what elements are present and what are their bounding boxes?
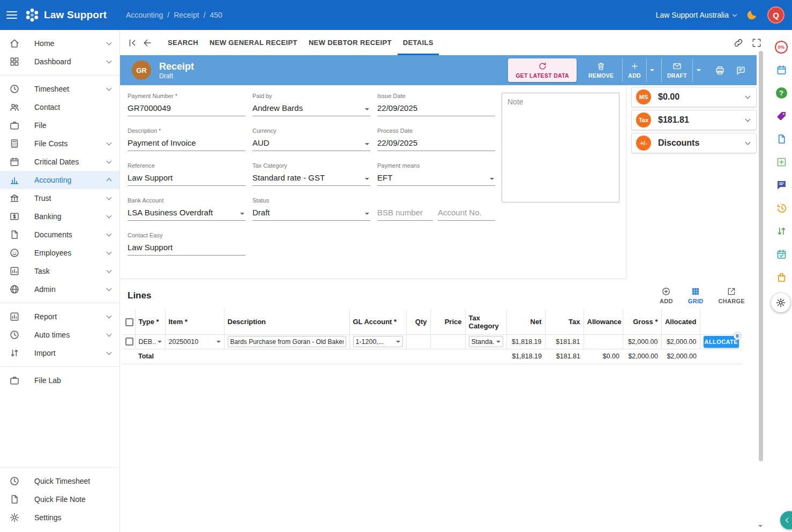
- field-status[interactable]: Status Draft: [252, 197, 370, 221]
- sidebar-item-import[interactable]: Import: [0, 344, 119, 362]
- payment-number-input[interactable]: [128, 100, 245, 116]
- tab-search[interactable]: SEARCH: [162, 30, 204, 55]
- sidebar-item-settings[interactable]: Settings: [0, 508, 119, 527]
- account-no-input[interactable]: [438, 204, 495, 221]
- sidebar-item-employees[interactable]: Employees: [0, 244, 119, 262]
- select-all-checkbox[interactable]: [125, 318, 133, 326]
- sidebar-item-auto-times[interactable]: Auto times: [0, 326, 119, 344]
- type-cell[interactable]: DEB...: [135, 334, 165, 349]
- remove-button[interactable]: REMOVE: [583, 58, 619, 82]
- app-logo[interactable]: Law Support: [24, 7, 107, 23]
- vertical-scrollbar[interactable]: [759, 51, 763, 461]
- description-cell[interactable]: Bards Purchase from Goran - Old Bakersv: [224, 334, 349, 349]
- lines-add-button[interactable]: ADD: [660, 287, 673, 304]
- sidebar-item-task[interactable]: Task: [0, 262, 119, 280]
- field-bank-account[interactable]: Bank Account LSA Business Overdraft: [128, 197, 245, 221]
- payment-means-select[interactable]: EFT: [377, 169, 495, 186]
- column-gross: Gross *: [623, 310, 661, 334]
- print-icon[interactable]: [715, 65, 725, 76]
- sidebar-item-trust[interactable]: Trust: [0, 189, 119, 207]
- lines-charge-button[interactable]: CHARGE: [719, 287, 745, 304]
- row-checkbox[interactable]: [125, 338, 133, 346]
- item-cell[interactable]: 20250010: [165, 334, 224, 349]
- rail-transfer-button[interactable]: [771, 220, 792, 243]
- first-page-icon[interactable]: [127, 38, 138, 48]
- sidebar-item-quick-file-note[interactable]: Quick File Note: [0, 490, 119, 508]
- description-input[interactable]: [128, 134, 245, 151]
- field-currency[interactable]: Currency AUD: [252, 128, 370, 151]
- rail-notes-button[interactable]: [771, 128, 792, 151]
- allocate-button[interactable]: ALLOCATE 8: [704, 336, 739, 348]
- sidebar-item-file[interactable]: File: [0, 116, 119, 134]
- calculator-icon: [9, 138, 20, 149]
- sidebar-item-critical-dates[interactable]: Critical Dates: [0, 153, 119, 171]
- tab-new-debtor-receipt[interactable]: NEW DEBTOR RECEIPT: [303, 30, 397, 55]
- note-input[interactable]: [502, 93, 619, 203]
- get-latest-data-button[interactable]: GET LATEST DATA: [508, 58, 577, 82]
- link-icon[interactable]: [733, 38, 744, 48]
- paid-by-select[interactable]: Andrew Bards: [252, 100, 370, 116]
- reference-input[interactable]: [128, 169, 245, 186]
- tab-new-general-receipt[interactable]: NEW GENERAL RECEIPT: [204, 30, 303, 55]
- rail-add-button[interactable]: [771, 151, 792, 174]
- summary-card-discounts[interactable]: +/- Discounts: [631, 133, 757, 153]
- tenant-selector[interactable]: Law Support Australia: [656, 11, 736, 19]
- status-select[interactable]: Draft: [252, 204, 370, 221]
- back-arrow-icon[interactable]: [142, 38, 153, 48]
- tax-category-cell[interactable]: Standa...: [465, 334, 506, 349]
- field-paid-by[interactable]: Paid by Andrew Bards: [252, 93, 370, 116]
- sidebar-item-timesheet[interactable]: Timesheet: [0, 80, 119, 98]
- draft-button[interactable]: DRAFT: [662, 58, 692, 82]
- sidebar-item-documents[interactable]: Documents: [0, 226, 119, 244]
- sidebar-item-contact[interactable]: Contact: [0, 98, 119, 116]
- rail-help-button[interactable]: ?: [771, 81, 792, 104]
- currency-select[interactable]: AUD: [252, 134, 370, 151]
- sidebar-item-dashboard[interactable]: Dashboard: [0, 53, 119, 71]
- issue-date-input[interactable]: [377, 100, 495, 116]
- comment-icon[interactable]: [736, 65, 746, 76]
- tab-details[interactable]: DETAILS: [398, 30, 439, 55]
- rail-calendar-button[interactable]: [771, 58, 792, 81]
- fullscreen-icon[interactable]: [751, 38, 762, 48]
- tax-category-select[interactable]: Standard rate - GST: [252, 169, 370, 186]
- rail-history-button[interactable]: [771, 197, 792, 220]
- field-tax-category[interactable]: Tax Category Standard rate - GST: [252, 162, 370, 186]
- add-button[interactable]: ADD: [623, 58, 646, 82]
- dark-mode-toggle-icon[interactable]: [746, 9, 758, 21]
- sidebar-item-admin[interactable]: Admin: [0, 280, 119, 298]
- lines-grid-button[interactable]: GRID: [688, 287, 704, 304]
- settings-fab[interactable]: [771, 293, 790, 312]
- sidebar-item-home[interactable]: Home: [0, 34, 119, 53]
- rail-bag-button[interactable]: [771, 266, 792, 289]
- sidebar-item-file-costs[interactable]: File Costs: [0, 134, 119, 153]
- bsb-input[interactable]: [377, 204, 433, 221]
- process-date-input[interactable]: [377, 134, 495, 151]
- sidebar-item-quick-timesheet[interactable]: Quick Timesheet: [0, 472, 119, 490]
- rail-event-button[interactable]: [771, 243, 792, 266]
- user-avatar[interactable]: Q: [767, 6, 784, 24]
- sidebar-item-banking[interactable]: Banking: [0, 207, 119, 226]
- sidebar-item-report[interactable]: Report: [0, 308, 119, 326]
- sidebar-item-accounting[interactable]: Accounting: [0, 171, 119, 189]
- field-payment-means[interactable]: Payment means EFT: [377, 162, 495, 186]
- dropdown-arrow-icon: [365, 178, 369, 180]
- add-dropdown-button[interactable]: [646, 58, 658, 82]
- breadcrumb-accounting[interactable]: Accounting: [126, 11, 163, 19]
- rail-chat-button[interactable]: [771, 174, 792, 197]
- breadcrumb-450[interactable]: 450: [210, 11, 222, 19]
- summary-card-ms[interactable]: MS $0.00: [631, 87, 757, 107]
- price-cell[interactable]: [430, 334, 465, 349]
- contact-easy-input[interactable]: [128, 239, 245, 256]
- sidebar-item-file-lab[interactable]: File Lab: [0, 371, 119, 389]
- gl-account-cell[interactable]: 1-1200,...: [349, 334, 406, 349]
- usage-indicator[interactable]: 0%: [771, 35, 792, 58]
- menu-icon[interactable]: [6, 11, 17, 19]
- breadcrumb-receipt[interactable]: Receipt: [174, 11, 199, 19]
- summary-card-tax[interactable]: Tax $181.81: [631, 110, 757, 130]
- qty-cell[interactable]: [406, 334, 430, 349]
- draft-dropdown-button[interactable]: [692, 58, 704, 82]
- rail-tag-button[interactable]: [771, 104, 792, 128]
- scroll-down-arrow-icon[interactable]: [758, 520, 763, 529]
- bank-account-select[interactable]: LSA Business Overdraft: [128, 204, 245, 221]
- tag-icon: [776, 110, 787, 122]
